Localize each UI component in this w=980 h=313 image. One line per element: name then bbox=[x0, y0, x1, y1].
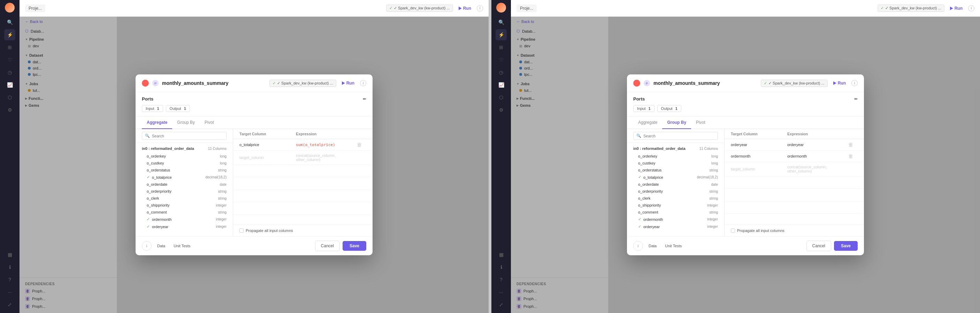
col-item-clerk-right[interactable]: o_clerk string bbox=[627, 195, 724, 202]
dialog-spark-badge-left[interactable]: ✓ ✓ Spark_dev_kw (kw-product) ... bbox=[269, 80, 336, 87]
tab-aggregate-left[interactable]: Aggregate bbox=[142, 117, 172, 129]
right-nav-nodes[interactable]: ⬡ bbox=[496, 92, 507, 103]
output-port-badge-right[interactable]: Output 1 bbox=[657, 105, 681, 112]
propagate-checkbox-left[interactable] bbox=[239, 229, 243, 233]
right-nav-chart2[interactable]: ⤢ bbox=[496, 299, 507, 310]
right-nav-heart[interactable]: ♡ bbox=[496, 54, 507, 65]
col-item-totalprice-right[interactable]: ✓ o_totalprice decimal(18,2) bbox=[627, 174, 724, 181]
nav-search-icon[interactable]: 🔍 bbox=[4, 17, 15, 28]
dialog-spark-badge-right[interactable]: ✓ ✓ Spark_dev_kw (kw-product) ... bbox=[761, 80, 828, 87]
nav-clock-icon[interactable]: ◷ bbox=[4, 67, 15, 78]
col-item-ordermonth-right[interactable]: ✓ ordermonth integer bbox=[627, 216, 724, 223]
table-row-1-left[interactable]: o_totalprice sum(o_totalprice) 🗑 bbox=[233, 139, 372, 150]
col-item-orderkey-right[interactable]: o_orderkey long bbox=[627, 153, 724, 160]
col-item-orderpriority-left[interactable]: o_orderpriority string bbox=[135, 188, 233, 195]
info-button[interactable]: i bbox=[477, 5, 483, 11]
right-spark-badge[interactable]: ✓ ✓ Spark_dev_kw (kw-product) ... bbox=[878, 5, 945, 12]
table-row-placeholder-right[interactable]: target_column concat(source_column, othe… bbox=[725, 162, 864, 176]
nav-chart2-icon[interactable]: ⤢ bbox=[4, 299, 15, 310]
nav-table-icon[interactable]: ▦ bbox=[4, 249, 15, 260]
footer-data-btn-right[interactable]: Data bbox=[646, 242, 659, 249]
empty-row-right-4 bbox=[725, 214, 864, 224]
col-item-shippriority-left[interactable]: o_shippriority integer bbox=[135, 202, 233, 209]
col-item-orderstatus-right[interactable]: o_orderstatus string bbox=[627, 167, 724, 174]
footer-data-btn-left[interactable]: Data bbox=[154, 242, 168, 249]
cancel-button-left[interactable]: Cancel bbox=[315, 241, 340, 251]
input-port-badge-right[interactable]: Input 1 bbox=[633, 105, 654, 112]
col-item-orderkey-left[interactable]: o_orderkey long bbox=[135, 153, 233, 160]
tab-groupby-left[interactable]: Group By bbox=[172, 117, 200, 129]
right-info-button[interactable]: i bbox=[968, 5, 974, 11]
dialog-info-icon-right[interactable]: i bbox=[851, 80, 858, 86]
col-item-custkey-left[interactable]: o_custkey long bbox=[135, 160, 233, 167]
right-nav-grid[interactable]: ⊞ bbox=[496, 42, 507, 53]
dialog-close-button-left[interactable] bbox=[142, 80, 149, 87]
tab-groupby-right[interactable]: Group By bbox=[662, 117, 691, 129]
col-item-orderpriority-right[interactable]: o_orderpriority string bbox=[627, 188, 724, 195]
tab-aggregate-right[interactable]: Aggregate bbox=[633, 117, 662, 129]
col-item-comment-left[interactable]: o_comment string bbox=[135, 209, 233, 216]
col-item-totalprice-left[interactable]: ✓ o_totalprice decimal(18,2) bbox=[135, 174, 233, 181]
nav-settings-icon[interactable]: ⚙ bbox=[4, 104, 15, 115]
nav-nodes-icon[interactable]: ⬡ bbox=[4, 92, 15, 103]
ports-edit-icon-left[interactable]: ✏ bbox=[363, 97, 366, 101]
right-nav-chart[interactable]: 📈 bbox=[496, 79, 507, 90]
footer-unit-tests-btn-right[interactable]: Unit Tests bbox=[662, 242, 684, 249]
delete-row-1-left[interactable]: 🗑 bbox=[357, 142, 362, 147]
nav-grid-icon[interactable]: ⊞ bbox=[4, 42, 15, 53]
right-nav-help[interactable]: ? bbox=[496, 274, 507, 285]
dialog-run-button-right[interactable]: Run bbox=[830, 79, 849, 87]
col-item-ordermonth-left[interactable]: ✓ ordermonth integer bbox=[135, 216, 233, 223]
propagate-checkbox-right[interactable] bbox=[731, 229, 735, 233]
col-item-orderdate-right[interactable]: o_orderdate date bbox=[627, 181, 724, 188]
col-item-orderdate-left[interactable]: o_orderdate date bbox=[135, 181, 233, 188]
col-item-orderyear-right[interactable]: ✓ orderyear integer bbox=[627, 223, 724, 230]
footer-unit-tests-btn-left[interactable]: Unit Tests bbox=[171, 242, 193, 249]
right-nav-settings[interactable]: ⚙ bbox=[496, 104, 507, 115]
right-project-tab[interactable]: Proje... bbox=[517, 5, 537, 12]
col-item-custkey-right[interactable]: o_custkey long bbox=[627, 160, 724, 167]
ports-edit-icon-right[interactable]: ✏ bbox=[854, 97, 858, 101]
footer-info-btn-right[interactable]: i bbox=[633, 241, 643, 251]
nav-help-icon[interactable]: ? bbox=[4, 274, 15, 285]
dialog-close-button-right[interactable] bbox=[633, 80, 640, 87]
tab-pivot-right[interactable]: Pivot bbox=[691, 117, 710, 129]
delete-row-2-right[interactable]: 🗑 bbox=[848, 153, 853, 159]
tab-pivot-left[interactable]: Pivot bbox=[200, 117, 219, 129]
cancel-button-right[interactable]: Cancel bbox=[807, 241, 831, 251]
col-item-orderyear-left[interactable]: ✓ orderyear integer bbox=[135, 223, 233, 230]
col-item-clerk-left[interactable]: o_clerk string bbox=[135, 195, 233, 202]
nav-active-icon[interactable]: ⚡ bbox=[4, 29, 15, 40]
delete-row-1-right[interactable]: 🗑 bbox=[848, 142, 853, 147]
dialog-info-icon-left[interactable]: i bbox=[360, 80, 366, 86]
right-nav-info[interactable]: ℹ bbox=[496, 261, 507, 273]
col-item-comment-right[interactable]: o_comment string bbox=[627, 209, 724, 216]
col-item-shippriority-right[interactable]: o_shippriority integer bbox=[627, 202, 724, 209]
save-button-right[interactable]: Save bbox=[834, 241, 858, 251]
right-nav-more[interactable]: ··· bbox=[496, 286, 507, 298]
output-port-badge-left[interactable]: Output 1 bbox=[166, 105, 190, 112]
right-run-area: ✓ ✓ Spark_dev_kw (kw-product) ... Run i bbox=[878, 5, 974, 12]
col-item-orderstatus-left[interactable]: o_orderstatus string bbox=[135, 167, 233, 174]
nav-more-icon[interactable]: ··· bbox=[4, 286, 15, 298]
dialog-run-button-left[interactable]: Run bbox=[339, 79, 357, 87]
right-nav-active[interactable]: ⚡ bbox=[496, 29, 507, 40]
input-port-badge-left[interactable]: Input 1 bbox=[142, 105, 163, 112]
footer-info-btn-left[interactable]: i bbox=[142, 241, 151, 251]
right-nav-search[interactable]: 🔍 bbox=[496, 17, 507, 28]
table-row-placeholder-left[interactable]: target_column concat(source_column, othe… bbox=[233, 150, 372, 165]
right-nav-clock[interactable]: ◷ bbox=[496, 67, 507, 78]
run-button[interactable]: Run bbox=[456, 5, 474, 12]
nav-chart-icon[interactable]: 📈 bbox=[4, 79, 15, 90]
table-row-2-right[interactable]: ordermonth ordermonth 🗑 bbox=[725, 150, 864, 162]
nav-heart-icon[interactable]: ♡ bbox=[4, 54, 15, 65]
project-tab[interactable]: Proje... bbox=[25, 5, 45, 12]
nav-info-icon[interactable]: ℹ bbox=[4, 261, 15, 273]
right-run-button[interactable]: Run bbox=[947, 5, 966, 12]
save-button-left[interactable]: Save bbox=[343, 241, 366, 251]
search-input-right[interactable] bbox=[643, 134, 715, 138]
table-row-1-right[interactable]: orderyear orderyear 🗑 bbox=[725, 139, 864, 150]
right-nav-table[interactable]: ▦ bbox=[496, 249, 507, 260]
search-input-left[interactable] bbox=[152, 134, 223, 138]
spark-badge[interactable]: ✓ ✓ Spark_dev_kw (kw-product) ... bbox=[386, 5, 453, 12]
